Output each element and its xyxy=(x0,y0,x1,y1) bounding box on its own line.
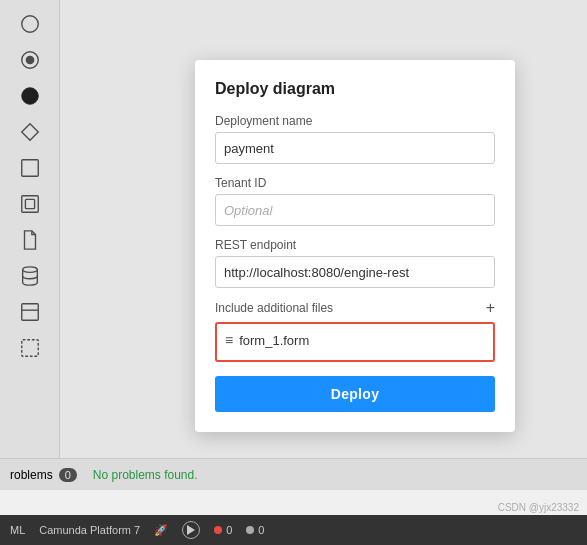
file-lines-icon: ≡ xyxy=(225,332,233,348)
deploy-dialog: Deploy diagram Deployment name Tenant ID… xyxy=(195,60,515,432)
ml-label: ML xyxy=(10,524,25,536)
rocket-icon[interactable]: 🚀 xyxy=(154,524,168,537)
svg-marker-12 xyxy=(187,525,195,535)
deployment-name-group: Deployment name xyxy=(215,114,495,164)
add-file-button[interactable]: + xyxy=(486,300,495,316)
rest-endpoint-group: REST endpoint xyxy=(215,238,495,288)
rest-endpoint-input[interactable] xyxy=(215,256,495,288)
error-indicator: 0 xyxy=(214,524,232,536)
watermark: CSDN @yjx23332 xyxy=(498,502,579,513)
modal-title: Deploy diagram xyxy=(215,80,495,98)
file-name: form_1.form xyxy=(239,333,309,348)
file-item: ≡ form_1.form xyxy=(225,332,485,348)
include-files-header: Include additional files + xyxy=(215,300,495,316)
tenant-id-group: Tenant ID xyxy=(215,176,495,226)
deployment-name-label: Deployment name xyxy=(215,114,495,128)
play-control[interactable] xyxy=(182,521,200,539)
include-files-section: Include additional files + ≡ form_1.form xyxy=(215,300,495,362)
deployment-name-input[interactable] xyxy=(215,132,495,164)
tenant-id-label: Tenant ID xyxy=(215,176,495,190)
platform-label: Camunda Platform 7 xyxy=(39,524,140,536)
warning-indicator: 0 xyxy=(246,524,264,536)
include-files-label: Include additional files xyxy=(215,301,333,315)
deploy-button[interactable]: Deploy xyxy=(215,376,495,412)
include-files-box: ≡ form_1.form xyxy=(215,322,495,362)
tenant-id-input[interactable] xyxy=(215,194,495,226)
rest-endpoint-label: REST endpoint xyxy=(215,238,495,252)
status-bar: ML Camunda Platform 7 🚀 0 0 xyxy=(0,515,587,545)
